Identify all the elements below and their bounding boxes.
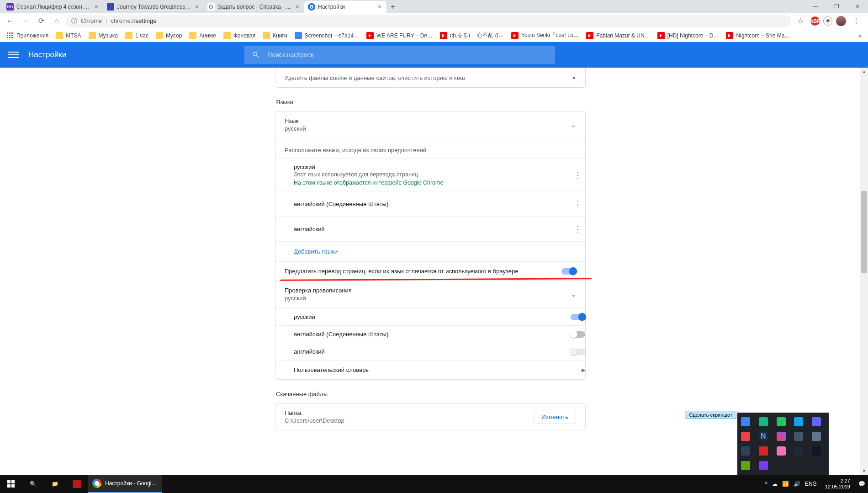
home-button[interactable]: ⌂ [50,15,63,27]
start-button[interactable] [0,475,22,493]
scroll-down-icon[interactable]: ▼ [860,467,868,475]
custom-dictionary-row[interactable]: Пользовательский словарь ▸ [275,360,585,379]
reload-button[interactable]: ⟳ [35,15,48,27]
language-indicator[interactable]: ENG [805,481,817,487]
bluetooth-icon[interactable] [794,417,803,426]
tray-icon[interactable] [741,417,750,426]
profile-avatar[interactable] [836,16,846,26]
translate-toggle[interactable] [561,268,576,275]
language-hint: Расположите языки, исходя из своих предп… [285,147,576,154]
taskbar-chrome-app[interactable]: Настройки - Googl… [88,475,162,493]
site-info-icon[interactable]: ⓘ [71,17,77,25]
scroll-thumb[interactable] [861,191,867,273]
bookmark-item[interactable]: WE ARE FURY – De… [364,30,435,41]
menu-icon[interactable] [8,49,19,60]
bookmark-apps[interactable]: Приложения [4,30,51,41]
bookmark-item[interactable]: Книги [260,30,290,41]
svg-rect-3 [11,484,15,488]
onedrive-icon[interactable]: ☁ [772,481,778,487]
clear-data-row[interactable]: Удалить файлы cookie и данные сайтов, оч… [275,68,586,88]
bookmark-item[interactable]: Фоновая [221,30,259,41]
languages-card: Языкрусский ⌃ Расположите языки, исходя … [275,111,586,380]
tray-icon[interactable] [777,432,786,441]
screenshot-icon [295,32,302,39]
bookmark-star-icon[interactable]: ☆ [794,15,807,27]
tray-icon[interactable]: N [759,432,768,441]
chevron-right-icon: ▸ [582,366,585,374]
address-bar[interactable]: ⓘ Chrome | chrome://settings [66,15,791,27]
youtube-icon [511,32,519,39]
bookmarks-bar: Приложения MTSA Музыка 1 час Мусор Аниме… [0,29,868,42]
bookmarks-overflow[interactable]: » [855,32,864,39]
taskbar-app-icon[interactable] [66,475,88,493]
notifications-icon[interactable]: 💬 [858,481,865,487]
wifi-icon[interactable]: 📶 [782,481,789,487]
back-button[interactable]: ← [4,15,16,27]
add-language-link[interactable]: Добавить языки [275,241,585,261]
chrome-menu-button[interactable]: ⋮ [850,15,863,27]
close-icon[interactable]: × [294,4,301,10]
spellcheck-toggle[interactable] [571,349,585,355]
bookmark-item[interactable]: MTSA [53,30,84,41]
close-icon[interactable]: × [93,4,100,10]
more-icon[interactable]: ⋮ [571,168,585,182]
language-header[interactable]: Языкрусский ⌃ [275,111,585,138]
tray-icon[interactable] [812,432,821,441]
bookmark-item[interactable]: (れをる) 一心不乱 (f… [437,30,507,41]
spellcheck-toggle[interactable] [571,331,585,338]
spellcheck-header[interactable]: Проверка правописаниярусский ⌃ [275,281,585,308]
settings-search[interactable]: Поиск настроек [244,46,555,64]
bookmark-item[interactable]: Fabian Mazur & UN… [583,30,652,41]
file-explorer-icon[interactable]: 📁 [44,475,66,493]
search-button[interactable]: 🔍 [22,475,44,493]
youtube-icon [657,32,665,39]
bookmark-item[interactable]: Мусор [153,30,185,41]
svg-rect-1 [11,480,15,483]
steam-icon[interactable] [794,446,803,456]
section-languages: Языки [276,99,586,106]
maximize-button[interactable]: ❐ [826,0,847,13]
volume-icon[interactable]: 🔊 [794,481,800,487]
spellcheck-toggle[interactable] [571,314,585,320]
tab-3[interactable]: GЗадать вопрос - Справка - Goo…× [204,1,304,13]
extension-icon[interactable]: 👁 [823,16,832,26]
tray-icon[interactable] [812,446,821,456]
tray-icon[interactable] [759,461,768,470]
tray-icon[interactable] [759,417,768,426]
steelseries-icon[interactable] [741,446,750,456]
tray-icon[interactable] [741,432,750,441]
tray-icon[interactable] [794,432,803,441]
minimize-button[interactable]: — [805,0,826,13]
bookmark-item[interactable]: Screenshot – e7a14… [292,30,362,41]
window-controls: — ❐ ✕ [805,0,868,13]
tab-2[interactable]: Journey Towards Greatness - Cha…× [103,1,204,13]
close-icon[interactable]: × [194,4,200,10]
more-icon[interactable]: ⋮ [571,196,585,211]
bookmark-item[interactable]: [HD] Nightcore – D… [655,30,722,41]
youtube-icon [366,32,374,39]
tray-expand-icon[interactable]: ^ [765,481,767,487]
more-icon[interactable]: ⋮ [571,222,585,236]
bookmark-item[interactable]: Nightcore – She Ma… [723,30,793,41]
tray-icon[interactable] [777,417,786,426]
tab-1[interactable]: HDСериал Люцифер 4 сезон 1-9,10× [3,1,103,13]
change-folder-button[interactable]: Изменить [534,410,576,424]
bookmark-item[interactable]: Аниме [186,30,218,41]
tab-4[interactable]: Настройки× [304,1,386,13]
new-tab-button[interactable]: + [386,1,399,13]
tray-icon[interactable] [812,417,821,426]
tray-icon[interactable] [777,446,786,456]
scroll-up-icon[interactable]: ▲ [860,68,868,75]
tray-icon[interactable] [759,446,768,456]
bookmark-item[interactable]: Youjo Senki「Los! Lo… [508,30,582,41]
forward-button[interactable]: → [19,15,32,27]
page-scrollbar[interactable]: ▲ ▼ [860,68,868,475]
bookmark-item[interactable]: Музыка [86,30,121,41]
tray-tooltip: Сделать скриншот [685,411,736,419]
clock[interactable]: 2:2712.05.2019 [821,478,854,490]
close-window-button[interactable]: ✕ [847,0,868,13]
bookmark-item[interactable]: 1 час [122,30,151,41]
abp-extension-icon[interactable]: ABP [810,16,820,26]
close-icon[interactable]: × [376,4,383,10]
nvidia-icon[interactable] [741,461,750,470]
